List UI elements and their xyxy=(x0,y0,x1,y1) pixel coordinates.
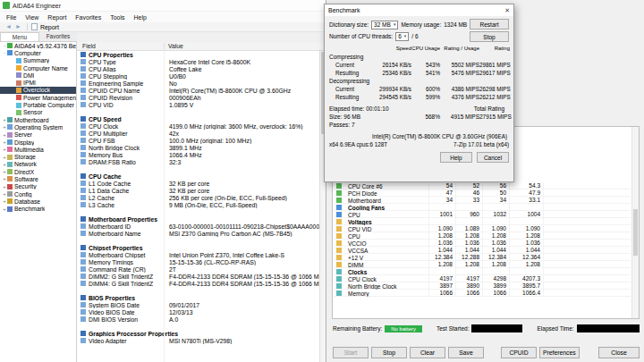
table-row[interactable]: L1 Data Cache 32 KB per core xyxy=(77,187,326,194)
table-row[interactable]: CPU Clock 4199.0 MHz (original: 3600 MHz… xyxy=(77,122,326,130)
sensor-row[interactable]: Voltages xyxy=(334,218,631,225)
sensor-row[interactable]: PCH Diode 47 46 50 47.9 xyxy=(334,189,631,197)
stability-button[interactable]: Save xyxy=(448,347,484,358)
sensor-row[interactable]: Memory 1066 1066 1066 1066.4 xyxy=(334,290,631,297)
menu-item[interactable]: View xyxy=(21,14,43,21)
help-button[interactable]: Help xyxy=(440,152,472,163)
table-row[interactable]: Command Rate (CR) 2T xyxy=(77,265,326,273)
sensor-row[interactable]: CPU Core #6 54 52 56 54.3 xyxy=(334,182,631,189)
stability-button[interactable]: Clear xyxy=(410,347,445,358)
sensor-row[interactable]: North Bridge Clock 3897 3890 3899 3895.7 xyxy=(334,282,631,290)
sidebar-item[interactable]: + Benchmark xyxy=(0,206,76,213)
table-row[interactable]: System BIOS Date 09/01/2017 xyxy=(77,301,326,308)
table-row[interactable]: L2 Cache 256 KB per core (On-Die, ECC, F… xyxy=(77,194,326,201)
table-row[interactable]: CPU Cache xyxy=(77,173,326,180)
table-row[interactable]: CPU Properties xyxy=(77,51,326,58)
sidebar-item[interactable]: + Multimedia xyxy=(0,146,76,153)
tab-favorites[interactable]: Favorites xyxy=(39,32,77,41)
sensor-row[interactable]: CPU Clock 4197 4197 4298 4207.3 xyxy=(334,275,631,282)
sensor-row[interactable]: VCCIO 1.036 1.036 1.036 1.036 xyxy=(334,240,631,247)
sidebar-item[interactable]: Summary xyxy=(0,57,76,64)
scrollbar-thumb[interactable] xyxy=(633,209,638,256)
table-row[interactable]: CPU VID 1.0895 V xyxy=(77,101,326,108)
dialog-title-bar[interactable]: Benchmark ✕ xyxy=(325,4,513,16)
stability-button[interactable]: Start xyxy=(333,347,369,358)
cpu-threads-select[interactable]: 6 ▾ xyxy=(395,32,409,41)
report-button[interactable]: Report xyxy=(40,24,59,30)
close-icon[interactable]: ✕ xyxy=(504,7,510,14)
table-row[interactable]: CPU Stepping U0/B0 xyxy=(77,72,326,80)
menu-item[interactable]: Tools xyxy=(106,14,129,21)
table-row[interactable]: DIMM2: G Skill TridentZ F4-DDR4-2133 DDR… xyxy=(77,273,326,280)
table-row[interactable]: CPU FSB 100.0 MHz (original: 100 MHz) xyxy=(77,137,326,144)
sidebar-item[interactable]: + Operating System xyxy=(0,123,76,130)
sensor-scrollbar[interactable] xyxy=(631,127,639,318)
table-row[interactable]: Graphics Processor Properties xyxy=(77,330,326,337)
cancel-button[interactable]: Cancel xyxy=(477,152,509,163)
sidebar-item[interactable]: + Software xyxy=(0,175,76,182)
sidebar-item[interactable]: Computer Name xyxy=(0,64,76,72)
tab-menu[interactable]: Menu xyxy=(0,32,39,41)
table-row[interactable]: Memory Bus 1066.4 MHz xyxy=(77,151,326,158)
sidebar-item[interactable]: + Config xyxy=(0,190,76,198)
back-icon[interactable]: ◄ xyxy=(5,22,12,31)
table-row[interactable]: CPUID Revision 000906EAh xyxy=(77,94,326,101)
menu-item[interactable]: Report xyxy=(43,14,71,21)
sensor-row[interactable]: Motherboard 34 33 34 33.1 xyxy=(334,197,631,204)
table-row[interactable]: BIOS Properties xyxy=(77,294,326,301)
sidebar-item[interactable]: - Computer xyxy=(0,49,76,56)
table-row[interactable]: L1 Code Cache 32 KB per core xyxy=(77,180,326,187)
table-row[interactable]: CPU Speed xyxy=(77,115,326,122)
sidebar-item[interactable]: DMI xyxy=(0,72,76,79)
table-row[interactable]: DIMM4: G Skill TridentZ F4-DDR4-2133 DDR… xyxy=(77,280,326,287)
sensor-row[interactable]: CPU 1.208 1.208 1.208 1.208 xyxy=(334,232,631,240)
sensor-row[interactable]: Clocks xyxy=(334,268,631,275)
menu-item[interactable]: File xyxy=(2,14,21,21)
table-row[interactable]: Video BIOS Date 12/03/13 xyxy=(77,308,326,316)
menu-item[interactable]: Help xyxy=(129,14,150,21)
sensor-row[interactable]: Cooling Fans xyxy=(334,204,631,211)
stability-button[interactable]: Stop xyxy=(371,347,407,358)
menu-item[interactable]: Favorites xyxy=(71,14,106,21)
sidebar-item[interactable]: + Server xyxy=(0,131,76,139)
table-row[interactable]: DRAM:FSB Ratio 32:3 xyxy=(77,158,326,165)
sensor-row[interactable]: CPU 1001 960 1032 1004 xyxy=(334,211,631,218)
stop-button[interactable]: Stop xyxy=(470,31,509,42)
table-row[interactable]: Motherboard ID 63-0100-000001-00101111-0… xyxy=(77,223,326,230)
table-row[interactable]: CPU Multiplier 42x xyxy=(77,130,326,137)
dictionary-size-select[interactable]: 32 MB ▾ xyxy=(371,21,398,29)
restart-button[interactable]: Restart xyxy=(470,19,509,29)
table-row[interactable]: CPU Alias Coffee Lake xyxy=(77,65,326,72)
sensor-row[interactable]: +12 V 12.384 12.288 12.384 12.364 xyxy=(334,254,631,261)
sensor-row[interactable]: VCCSA 1.044 1.044 1.044 1.044 xyxy=(334,247,631,254)
stability-button[interactable]: Preferences xyxy=(539,347,580,358)
sidebar-item[interactable]: + Database xyxy=(0,198,76,205)
sidebar-item[interactable]: Overclock xyxy=(0,87,76,94)
sensor-row[interactable]: DIMM 1.208 1.208 1.208 1.208 xyxy=(334,261,631,268)
table-row[interactable]: North Bridge Clock 3899.1 MHz xyxy=(77,144,326,151)
forward-icon[interactable]: ► xyxy=(15,22,21,31)
stability-button[interactable]: CPUID xyxy=(501,347,537,358)
table-row[interactable]: Engineering Sample No xyxy=(77,80,326,87)
table-row[interactable]: CPUID CPU Name Intel(R) Core(TM) i5-8600… xyxy=(77,87,326,94)
table-row[interactable] xyxy=(77,237,326,244)
table-row[interactable]: Motherboard Chipset Intel Union Point Z3… xyxy=(77,251,326,258)
table-row[interactable]: CPU Type HexaCore Intel Core i5-8600K xyxy=(77,58,326,65)
table-row[interactable] xyxy=(77,165,326,173)
table-row[interactable] xyxy=(77,287,326,294)
sidebar-item[interactable]: + Display xyxy=(0,139,76,146)
sidebar-item[interactable]: Sensor xyxy=(0,109,76,116)
sidebar-item[interactable]: + Network xyxy=(0,161,76,168)
table-row[interactable]: Motherboard Properties xyxy=(77,215,326,223)
table-row[interactable] xyxy=(77,108,326,115)
table-row[interactable]: Motherboard Name MSI Z370 Gaming Pro Car… xyxy=(77,230,326,237)
sidebar-item[interactable]: Portable Computer xyxy=(0,101,76,108)
sidebar-item[interactable]: - AIDA64 v5.92.4376 Beta xyxy=(0,42,76,49)
sidebar-item[interactable]: IPMI xyxy=(0,79,76,86)
column-field[interactable]: Field xyxy=(77,43,164,49)
table-row[interactable]: Video Adapter MSI N780Ti (MS-V298) xyxy=(77,337,326,344)
table-row[interactable] xyxy=(77,208,326,215)
sidebar-item[interactable]: + DirectX xyxy=(0,168,76,175)
table-row[interactable]: Memory Timings 15-15-15-36 (CL-RCD-RP-RA… xyxy=(77,258,326,265)
table-row[interactable] xyxy=(77,323,326,330)
